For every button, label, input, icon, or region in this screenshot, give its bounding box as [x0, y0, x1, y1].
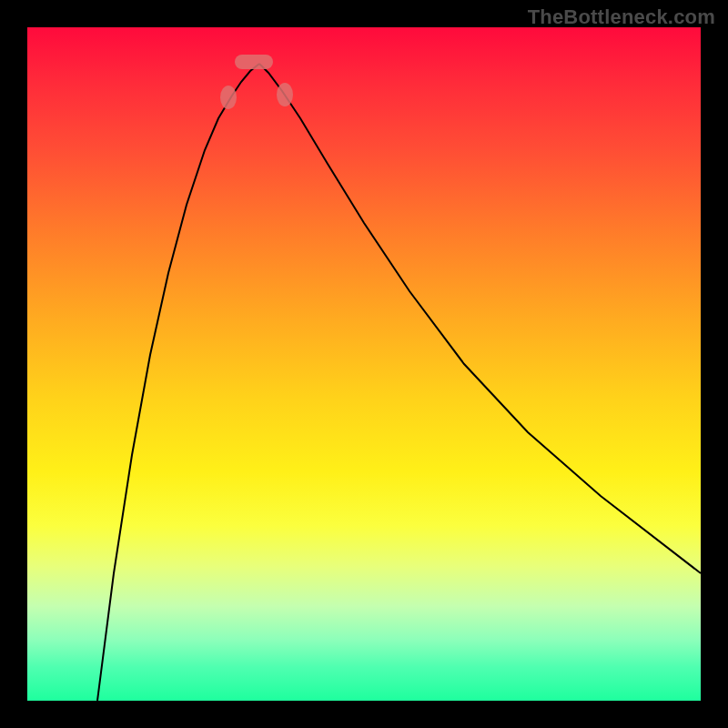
marker-dot	[277, 83, 293, 106]
chart-frame: TheBottleneck.com	[0, 0, 728, 728]
plot-area	[27, 27, 701, 701]
markers-group	[220, 55, 293, 109]
curve-left-branch	[97, 64, 259, 701]
chart-svg	[27, 27, 701, 701]
marker-pill	[235, 55, 273, 69]
marker-dot	[220, 86, 237, 109]
curve-right-branch	[259, 64, 701, 573]
watermark-text: TheBottleneck.com	[528, 5, 715, 29]
